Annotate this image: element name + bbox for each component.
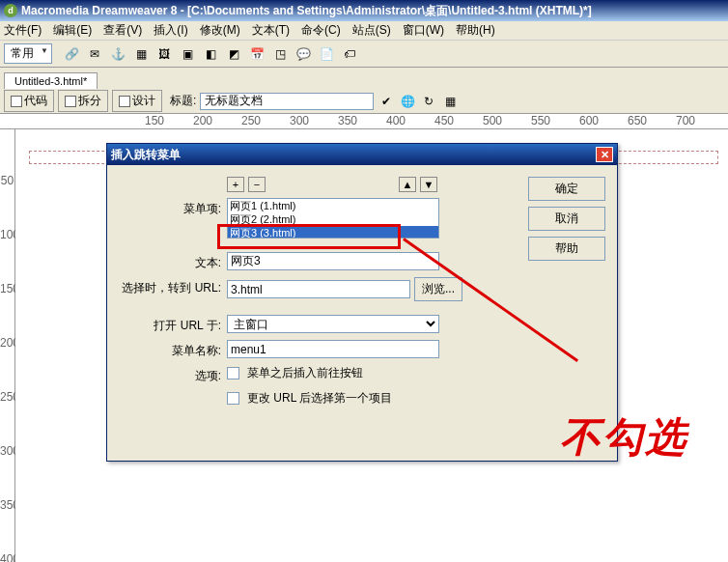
jump-menu-dialog: 插入跳转菜单 ✕ + − ▲ ▼ 菜单项: 网页1 (1 [106, 143, 618, 462]
menu-view[interactable]: 查看(V) [103, 22, 142, 39]
date-icon[interactable]: 📅 [246, 43, 267, 65]
menubar: 文件(F) 编辑(E) 查看(V) 插入(I) 修改(M) 文本(T) 命令(C… [0, 21, 728, 41]
insert-category-combo[interactable]: 常用 [4, 43, 52, 64]
design-view-button[interactable]: 设计 [112, 90, 162, 112]
move-down-button[interactable]: ▼ [420, 177, 437, 192]
menu-insert[interactable]: 插入(I) [154, 22, 187, 39]
app-icon: d [4, 4, 17, 17]
help-button[interactable]: 帮助 [528, 237, 605, 261]
split-view-button[interactable]: 拆分 [58, 90, 108, 112]
close-icon[interactable]: ✕ [596, 147, 613, 162]
layer-icon[interactable]: ◩ [223, 43, 244, 65]
insert-go-button-checkbox[interactable] [227, 367, 239, 379]
options-icon[interactable]: ▦ [441, 93, 459, 110]
horizontal-ruler: 150200250 300350400 450500550 600650700 [0, 114, 728, 129]
anchor-icon[interactable]: ⚓ [107, 43, 128, 65]
menu-modify[interactable]: 修改(M) [200, 22, 240, 39]
list-item[interactable]: 网页1 (1.html) [228, 199, 438, 212]
insert-toolbar: 常用 🔗 ✉ ⚓ ▦ 🖼 ▣ ◧ ◩ 📅 ◳ 💬 📄 🏷 [0, 41, 728, 68]
menu-name-label: 菜单名称: [119, 340, 227, 359]
document-toolbar: 代码 拆分 设计 标题: ✔ 🌐 ↻ ▦ [0, 89, 728, 114]
highlight-box [217, 224, 401, 249]
menu-file[interactable]: 文件(F) [4, 22, 42, 39]
mail-icon[interactable]: ✉ [84, 43, 105, 65]
vertical-ruler: 50100150 200250300 350400 [0, 129, 15, 562]
template-icon[interactable]: 📄 [316, 43, 337, 65]
open-in-label: 打开 URL 于: [119, 315, 227, 334]
move-up-button[interactable]: ▲ [399, 177, 416, 192]
annotation-text: 不勾选 [560, 410, 687, 464]
browse-button[interactable]: 浏览... [414, 277, 462, 301]
add-item-button[interactable]: + [227, 177, 244, 192]
cancel-button[interactable]: 取消 [528, 207, 605, 231]
menu-text[interactable]: 文本(T) [252, 22, 290, 39]
image-icon[interactable]: 🖼 [154, 43, 175, 65]
app-titlebar: d Macromedia Dreamweaver 8 - [C:\Documen… [0, 0, 728, 21]
code-view-button[interactable]: 代码 [4, 90, 54, 112]
text-label: 文本: [119, 252, 227, 271]
tag-icon[interactable]: 🏷 [339, 43, 360, 65]
menu-commands[interactable]: 命令(C) [301, 22, 341, 39]
validate-icon[interactable]: ✔ [378, 93, 395, 110]
tab-bar: Untitled-3.html* [0, 68, 728, 89]
options-label: 选项: [119, 365, 227, 384]
open-in-select[interactable]: 主窗口 [227, 315, 439, 333]
select-first-checkbox[interactable] [227, 392, 239, 405]
insert-go-button-label: 菜单之后插入前往按钮 [247, 365, 363, 381]
comment-icon[interactable]: 💬 [293, 43, 314, 65]
url-input[interactable] [227, 280, 410, 298]
browser-icon[interactable]: 🌐 [399, 93, 416, 110]
file-path: [C:\Documents and Settings\Administrator… [187, 3, 592, 19]
refresh-icon[interactable]: ↻ [420, 93, 437, 110]
text-input[interactable] [227, 252, 439, 270]
select-first-label: 更改 URL 后选择第一个项目 [247, 390, 392, 407]
dialog-title-text: 插入跳转菜单 [111, 147, 181, 163]
document-tab[interactable]: Untitled-3.html* [4, 72, 98, 89]
server-icon[interactable]: ◳ [269, 43, 291, 65]
link-icon[interactable]: 🔗 [61, 43, 82, 65]
table-icon[interactable]: ▦ [130, 43, 152, 65]
dialog-titlebar: 插入跳转菜单 ✕ [107, 144, 617, 165]
menu-site[interactable]: 站点(S) [352, 22, 391, 39]
ok-button[interactable]: 确定 [528, 177, 605, 201]
div-icon[interactable]: ◧ [200, 43, 221, 65]
menu-items-label: 菜单项: [119, 198, 227, 217]
app-title: Macromedia Dreamweaver 8 [21, 4, 177, 17]
document-title-input[interactable] [200, 93, 374, 110]
menu-edit[interactable]: 编辑(E) [53, 22, 92, 39]
menu-name-input[interactable] [227, 340, 439, 358]
url-label: 选择时，转到 URL: [119, 277, 227, 296]
menu-help[interactable]: 帮助(H) [456, 22, 495, 39]
remove-item-button[interactable]: − [248, 177, 266, 192]
title-label: 标题: [170, 93, 196, 109]
menu-window[interactable]: 窗口(W) [403, 22, 444, 39]
media-icon[interactable]: ▣ [177, 43, 198, 65]
